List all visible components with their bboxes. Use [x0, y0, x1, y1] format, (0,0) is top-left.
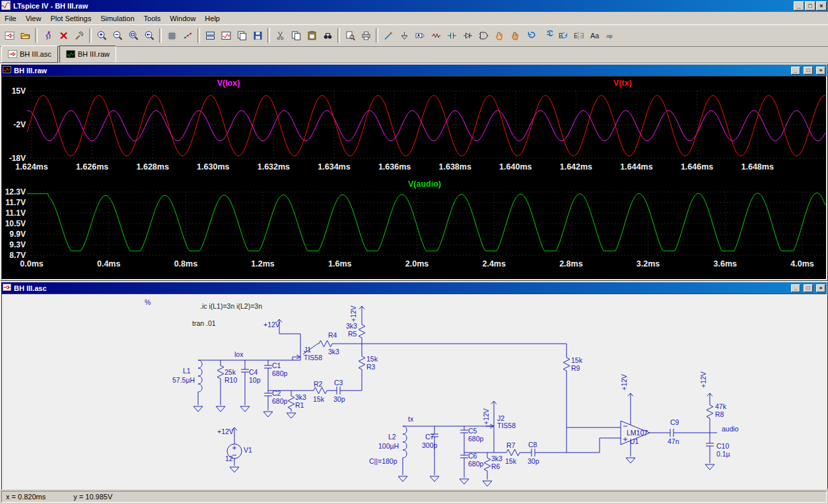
schematic-canvas[interactable]: %.ic i(L1)=3n i(L2)=3ntran .01loxL157.5µ…: [2, 294, 826, 489]
y-tick-label: 10.5V: [5, 219, 26, 228]
y-tick-label: 9.9V: [9, 230, 26, 239]
menu-window[interactable]: Window: [165, 13, 200, 24]
schematic-label: C2: [272, 389, 281, 397]
schematic-wire: [460, 455, 468, 458]
waveform-pane-2[interactable]: 0.0ms0.4ms0.8ms1.2ms1.6ms2.0ms2.4ms2.8ms…: [2, 179, 826, 278]
schematic-label: TIS58: [304, 354, 322, 362]
run-button[interactable]: [40, 28, 55, 44]
schematic-label: 3k3: [328, 348, 339, 356]
trace-label[interactable]: V(lox): [217, 79, 240, 88]
grid-button[interactable]: [164, 28, 180, 44]
sch-minimize-button[interactable]: _: [791, 284, 800, 292]
x-tick-label: 1.642ms: [560, 162, 592, 172]
menu-simulation[interactable]: Simulation: [96, 13, 139, 24]
close-button[interactable]: ×: [816, 1, 827, 11]
y-tick-label: 9.3V: [9, 240, 26, 249]
schematic-client[interactable]: %.ic i(L1)=3n i(L2)=3ntran .01loxL157.5µ…: [1, 294, 827, 489]
new-schematic-button[interactable]: [1, 28, 17, 44]
schematic-label: 15k: [366, 355, 378, 363]
menu-plot-settings[interactable]: Plot Settings: [46, 13, 96, 24]
schematic-label: C10: [716, 442, 729, 450]
sch-close-button[interactable]: ×: [816, 284, 825, 292]
schematic-tab-icon: [8, 50, 17, 58]
plot-panes-button[interactable]: [202, 28, 218, 44]
x-tick-label: 1.646ms: [681, 162, 713, 172]
cut-button[interactable]: [272, 28, 288, 44]
component-button[interactable]: [475, 28, 491, 44]
text-button[interactable]: Aa: [586, 28, 602, 44]
sch-restore-button[interactable]: □: [804, 284, 813, 292]
maximize-button[interactable]: □: [805, 1, 815, 11]
schematic-wire: [705, 464, 714, 470]
add-trace-icon: [221, 30, 232, 41]
schematic-window-titlebar[interactable]: BH III.asc _ □ ×: [1, 282, 827, 294]
svg-text:E: E: [574, 32, 578, 40]
menu-file[interactable]: File: [0, 13, 21, 24]
diode-button[interactable]: [460, 28, 475, 44]
schematic-label: 680p: [468, 460, 484, 468]
halt-button[interactable]: [55, 28, 71, 44]
paste-button[interactable]: [304, 28, 320, 44]
schematic-wire: [359, 306, 364, 313]
schematic-wire: [483, 481, 492, 486]
resistor-button[interactable]: [428, 28, 444, 44]
x-tick-label: 4.0ms: [790, 259, 813, 268]
menu-view[interactable]: View: [21, 13, 46, 24]
menu-tools[interactable]: Tools: [139, 13, 166, 24]
open-button[interactable]: [17, 28, 33, 44]
zoom-previous-button[interactable]: [141, 28, 157, 44]
schematic-wire: [491, 401, 497, 408]
copy-bitmap-icon: [236, 30, 248, 41]
schematic-wire: [623, 437, 627, 441]
save-plot-button[interactable]: [250, 28, 265, 44]
waveform-trace: [27, 193, 825, 251]
schematic-window-title: BH III.asc: [14, 284, 788, 292]
capacitor-button[interactable]: [444, 28, 460, 44]
drag-button[interactable]: [507, 28, 523, 44]
schematic-label: +12V: [620, 374, 628, 391]
redo-button[interactable]: [539, 28, 555, 44]
print-preview-icon: [345, 30, 356, 41]
control-panel-button[interactable]: [71, 28, 87, 44]
mark-data-points-button[interactable]: [180, 28, 195, 44]
add-trace-button[interactable]: [218, 28, 234, 44]
rotate-button[interactable]: E: [555, 28, 570, 44]
mirror-button[interactable]: EƎ: [570, 28, 586, 44]
schematic-window: BH III.asc _ □ × %.ic i(L1)=3n i(L2)=3nt…: [0, 281, 828, 489]
trace-label[interactable]: V(audio): [408, 179, 441, 189]
copy-button[interactable]: [288, 28, 304, 44]
wave-close-button[interactable]: ×: [816, 67, 825, 75]
zoom-out-button[interactable]: [110, 28, 125, 44]
move-button[interactable]: [491, 28, 507, 44]
schematic-wire: [626, 458, 635, 463]
tab-bh-iii.raw[interactable]: BH III.raw: [59, 46, 116, 63]
label-net-button[interactable]: [412, 28, 428, 44]
minimize-button[interactable]: _: [794, 1, 804, 11]
save-plot-icon: [252, 30, 263, 41]
ground-button[interactable]: [396, 28, 412, 44]
print-button[interactable]: [358, 28, 374, 44]
wave-restore-button[interactable]: □: [804, 67, 813, 75]
undo-button[interactable]: [523, 28, 539, 44]
print-preview-button[interactable]: [342, 28, 358, 44]
trace-label[interactable]: V(tx): [613, 79, 632, 88]
zoom-full-button[interactable]: [125, 28, 141, 44]
waveform-client[interactable]: 1.624ms1.626ms1.628ms1.630ms1.632ms1.634…: [1, 76, 827, 280]
waveform-window-titlebar[interactable]: BH III.raw _ □ ×: [1, 65, 827, 76]
find-button[interactable]: [320, 28, 335, 44]
run-icon: [42, 30, 53, 41]
spice-directive-button[interactable]: .op: [602, 28, 618, 44]
copy-bitmap-button[interactable]: [234, 28, 250, 44]
tab-bh-iii.asc[interactable]: BH III.asc: [1, 46, 58, 63]
wave-minimize-button[interactable]: _: [791, 67, 800, 75]
titlebar[interactable]: LTspice IV - BH III.raw _ □ ×: [0, 0, 828, 12]
x-tick-label: 1.624ms: [15, 162, 48, 172]
waveform-pane-1[interactable]: 1.624ms1.626ms1.628ms1.630ms1.632ms1.634…: [2, 77, 826, 179]
zoom-in-button[interactable]: [94, 28, 110, 44]
y-tick-label: 8.7V: [9, 251, 26, 260]
schematic-label: 15k: [313, 395, 325, 403]
menu-help[interactable]: Help: [200, 13, 224, 24]
wire-button[interactable]: [380, 28, 396, 44]
schematic-label: R10: [224, 376, 237, 384]
x-tick-label: 2.4ms: [482, 259, 505, 268]
